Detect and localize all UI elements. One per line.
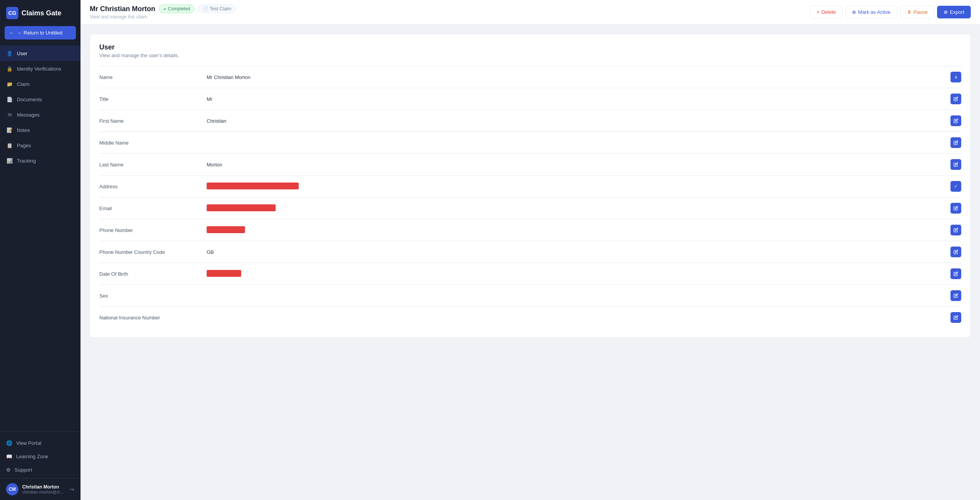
logout-icon[interactable]: ↪	[70, 486, 74, 492]
mark-active-button[interactable]: ⊕ Mark as Active	[845, 6, 897, 18]
field-row-phone-country-code: Phone Number Country CodeGB	[99, 241, 961, 263]
claim-name: Mr Christian Morton	[90, 5, 155, 13]
sidebar-item-documents[interactable]: 📄Documents	[0, 92, 81, 107]
field-row-email: Email	[99, 197, 961, 219]
card-header: User View and manage the user's details.	[99, 43, 961, 58]
documents-nav-icon: 📄	[6, 96, 13, 103]
export-button[interactable]: ⊕ Export	[937, 6, 971, 18]
sidebar-bottom-label: Learning Zone	[16, 454, 48, 459]
field-action-name: ∧	[946, 72, 961, 82]
field-label-dob: Date Of Birth	[99, 271, 207, 277]
field-value-dob	[207, 270, 946, 278]
edit-btn-email[interactable]	[950, 203, 961, 214]
field-action-phone-country-code	[946, 247, 961, 257]
claim-title-area: Mr Christian Morton ✔ Completed 📄 Test C…	[90, 5, 235, 20]
pause-icon: ⏸	[907, 9, 912, 15]
sidebar-bottom-label: View Portal	[16, 440, 41, 446]
sidebar-item-identity[interactable]: 🔒Identity Verifications	[0, 61, 81, 76]
edit-btn-address[interactable]: ✓	[950, 181, 961, 192]
sidebar-item-label: Pages	[17, 143, 31, 148]
field-value-last-name: Morton	[207, 162, 946, 168]
field-label-phone-country-code: Phone Number Country Code	[99, 249, 207, 255]
field-action-phone-number	[946, 225, 961, 235]
claim-title-row: Mr Christian Morton ✔ Completed 📄 Test C…	[90, 5, 235, 13]
user-nav-icon: 👤	[6, 50, 13, 57]
edit-btn-last-name[interactable]	[950, 159, 961, 170]
sidebar-bottom-view-portal[interactable]: 🌐View Portal	[0, 436, 81, 450]
header-actions: × Delete ⊕ Mark as Active ⏸ Pause ⊕ Expo…	[810, 6, 971, 18]
pause-button[interactable]: ⏸ Pause	[900, 6, 934, 18]
edit-btn-phone-number[interactable]	[950, 225, 961, 235]
sidebar-bottom: 🌐View Portal📖Learning Zone⚙Support	[0, 431, 81, 477]
sidebar-item-messages[interactable]: ✉Messages	[0, 107, 81, 122]
field-value-title: Mr	[207, 96, 946, 102]
edit-btn-middle-name[interactable]	[950, 137, 961, 148]
field-action-email	[946, 203, 961, 214]
sidebar-item-label: Notes	[17, 127, 30, 133]
field-row-middle-name: Middle Name	[99, 132, 961, 153]
user-info: Christian Morton christian.morton@claims…	[22, 484, 66, 494]
pages-nav-icon: 📋	[6, 142, 13, 149]
field-label-first-name: First Name	[99, 118, 207, 124]
edit-btn-sex[interactable]	[950, 290, 961, 301]
completed-badge: ✔ Completed	[159, 5, 194, 13]
notes-nav-icon: 📝	[6, 127, 13, 133]
field-action-nin	[946, 312, 961, 323]
x-icon: ×	[817, 9, 820, 15]
field-row-name: NameMr Christian Morton∧	[99, 66, 961, 88]
logo-text: Claims Gate	[21, 9, 61, 17]
field-action-middle-name	[946, 137, 961, 148]
field-action-dob	[946, 268, 961, 279]
field-value-first-name: Christian	[207, 118, 946, 124]
field-label-email: Email	[99, 206, 207, 211]
sidebar-logo: CG Claims Gate	[0, 0, 81, 26]
sidebar-item-label: Claim	[17, 81, 30, 87]
field-action-first-name	[946, 115, 961, 126]
sidebar: CG Claims Gate ← ← Return to Untitled 👤U…	[0, 0, 81, 500]
edit-btn-phone-country-code[interactable]	[950, 247, 961, 257]
sidebar-item-label: Documents	[17, 97, 42, 102]
sidebar-bottom-learning-zone[interactable]: 📖Learning Zone	[0, 450, 81, 463]
card-title: User	[99, 43, 961, 51]
export-icon: ⊕	[944, 9, 948, 15]
field-value-email	[207, 204, 946, 212]
field-row-nin: National Insurance Number	[99, 306, 961, 328]
field-value-address	[207, 183, 946, 191]
sidebar-item-claim[interactable]: 📁Claim	[0, 76, 81, 92]
field-value-name: Mr Christian Morton	[207, 74, 946, 80]
field-row-dob: Date Of Birth	[99, 263, 961, 285]
messages-nav-icon: ✉	[6, 111, 13, 118]
check-circle-icon: ✔	[163, 7, 166, 11]
field-redacted-address	[207, 183, 299, 189]
field-label-nin: National Insurance Number	[99, 315, 207, 321]
identity-nav-icon: 🔒	[6, 65, 13, 72]
edit-btn-first-name[interactable]	[950, 115, 961, 126]
edit-btn-title[interactable]	[950, 94, 961, 104]
sidebar-item-label: Identity Verifications	[17, 66, 61, 72]
test-claim-badge: 📄 Test Claim	[198, 5, 235, 13]
user-name: Christian Morton	[22, 484, 66, 490]
claim-subtitle: View and manage this claim.	[90, 14, 235, 20]
sidebar-bottom-support[interactable]: ⚙Support	[0, 463, 81, 477]
sidebar-item-user[interactable]: 👤User	[0, 46, 81, 61]
sidebar-item-pages[interactable]: 📋Pages	[0, 138, 81, 153]
field-label-title: Title	[99, 96, 207, 102]
user-email: christian.morton@claims..	[22, 490, 66, 494]
sidebar-item-notes[interactable]: 📝Notes	[0, 122, 81, 138]
field-label-address: Address	[99, 184, 207, 189]
sidebar-item-label: User	[17, 51, 27, 56]
field-redacted-email	[207, 204, 276, 211]
field-value-phone-number	[207, 226, 946, 234]
edit-btn-nin[interactable]	[950, 312, 961, 323]
delete-button[interactable]: × Delete	[810, 6, 842, 18]
main-content: Mr Christian Morton ✔ Completed 📄 Test C…	[81, 0, 980, 500]
sidebar-bottom-label: Support	[15, 467, 32, 473]
edit-btn-name[interactable]: ∧	[950, 72, 961, 82]
edit-btn-dob[interactable]	[950, 268, 961, 279]
tracking-nav-icon: 📊	[6, 157, 13, 164]
sidebar-item-tracking[interactable]: 📊Tracking	[0, 153, 81, 168]
mark-active-icon: ⊕	[852, 9, 856, 15]
return-button[interactable]: ← ← Return to Untitled	[5, 26, 76, 39]
field-row-phone-number: Phone Number	[99, 219, 961, 241]
field-row-last-name: Last NameMorton	[99, 153, 961, 175]
